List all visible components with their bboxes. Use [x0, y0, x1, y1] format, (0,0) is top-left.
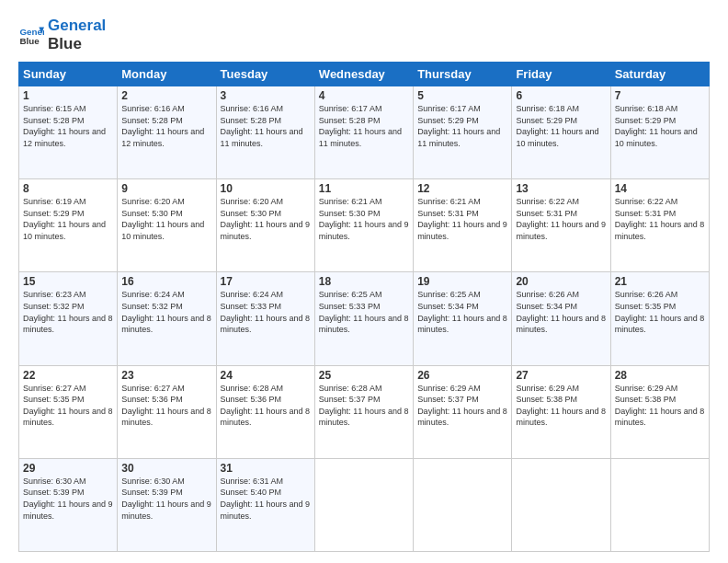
day-cell: 8 Sunrise: 6:19 AMSunset: 5:29 PMDayligh…	[19, 179, 118, 272]
cell-info: Sunrise: 6:16 AMSunset: 5:28 PMDaylight:…	[221, 104, 303, 148]
cell-info: Sunrise: 6:21 AMSunset: 5:30 PMDaylight:…	[319, 197, 409, 241]
header-row: SundayMondayTuesdayWednesdayThursdayFrid…	[19, 63, 710, 86]
day-cell: 16 Sunrise: 6:24 AMSunset: 5:32 PMDaylig…	[118, 272, 216, 365]
day-number: 12	[417, 182, 507, 195]
day-number: 19	[417, 275, 507, 288]
cell-info: Sunrise: 6:29 AMSunset: 5:38 PMDaylight:…	[516, 384, 606, 428]
day-cell: 24 Sunrise: 6:28 AMSunset: 5:36 PMDaylig…	[216, 365, 314, 458]
header-cell-friday: Friday	[512, 63, 610, 86]
day-cell: 22 Sunrise: 6:27 AMSunset: 5:35 PMDaylig…	[19, 365, 118, 458]
day-number: 3	[221, 89, 311, 102]
day-number: 30	[121, 462, 211, 475]
day-number: 4	[319, 89, 409, 102]
day-number: 7	[615, 89, 705, 102]
day-cell: 23 Sunrise: 6:27 AMSunset: 5:36 PMDaylig…	[118, 365, 216, 458]
day-cell: 17 Sunrise: 6:24 AMSunset: 5:33 PMDaylig…	[216, 272, 314, 365]
day-number: 5	[417, 89, 507, 102]
day-cell	[610, 458, 709, 551]
day-cell: 19 Sunrise: 6:25 AMSunset: 5:34 PMDaylig…	[414, 272, 512, 365]
day-number: 2	[121, 89, 211, 102]
cell-info: Sunrise: 6:18 AMSunset: 5:29 PMDaylight:…	[516, 104, 598, 148]
cell-info: Sunrise: 6:17 AMSunset: 5:29 PMDaylight:…	[417, 104, 500, 148]
cell-info: Sunrise: 6:28 AMSunset: 5:37 PMDaylight:…	[319, 384, 409, 428]
day-number: 31	[221, 462, 311, 475]
logo: General Blue General Blue	[18, 17, 106, 52]
day-cell: 29 Sunrise: 6:30 AMSunset: 5:39 PMDaylig…	[19, 458, 118, 551]
cell-info: Sunrise: 6:24 AMSunset: 5:33 PMDaylight:…	[221, 290, 311, 334]
day-cell: 12 Sunrise: 6:21 AMSunset: 5:31 PMDaylig…	[414, 179, 512, 272]
cell-info: Sunrise: 6:19 AMSunset: 5:29 PMDaylight:…	[23, 197, 106, 241]
day-cell: 14 Sunrise: 6:22 AMSunset: 5:31 PMDaylig…	[610, 179, 709, 272]
day-cell: 5 Sunrise: 6:17 AMSunset: 5:29 PMDayligh…	[414, 86, 512, 179]
cell-info: Sunrise: 6:26 AMSunset: 5:35 PMDaylight:…	[615, 290, 705, 334]
week-row-3: 15 Sunrise: 6:23 AMSunset: 5:32 PMDaylig…	[19, 272, 710, 365]
cell-info: Sunrise: 6:29 AMSunset: 5:37 PMDaylight:…	[417, 384, 507, 428]
header-cell-sunday: Sunday	[19, 63, 118, 86]
day-number: 23	[121, 369, 211, 382]
cell-info: Sunrise: 6:25 AMSunset: 5:33 PMDaylight:…	[319, 290, 409, 334]
day-number: 27	[516, 369, 606, 382]
day-number: 11	[319, 182, 409, 195]
day-cell: 11 Sunrise: 6:21 AMSunset: 5:30 PMDaylig…	[314, 179, 413, 272]
day-number: 20	[516, 275, 606, 288]
header-cell-thursday: Thursday	[414, 63, 512, 86]
day-cell: 15 Sunrise: 6:23 AMSunset: 5:32 PMDaylig…	[19, 272, 118, 365]
day-number: 6	[516, 89, 606, 102]
cell-info: Sunrise: 6:21 AMSunset: 5:31 PMDaylight:…	[417, 197, 507, 241]
header-cell-tuesday: Tuesday	[216, 63, 314, 86]
week-row-5: 29 Sunrise: 6:30 AMSunset: 5:39 PMDaylig…	[19, 458, 710, 551]
cell-info: Sunrise: 6:29 AMSunset: 5:38 PMDaylight:…	[615, 384, 705, 428]
day-cell: 20 Sunrise: 6:26 AMSunset: 5:34 PMDaylig…	[512, 272, 610, 365]
cell-info: Sunrise: 6:22 AMSunset: 5:31 PMDaylight:…	[516, 197, 606, 241]
week-row-1: 1 Sunrise: 6:15 AMSunset: 5:28 PMDayligh…	[19, 86, 710, 179]
cell-info: Sunrise: 6:30 AMSunset: 5:39 PMDaylight:…	[23, 477, 113, 521]
day-cell: 18 Sunrise: 6:25 AMSunset: 5:33 PMDaylig…	[314, 272, 413, 365]
cell-info: Sunrise: 6:16 AMSunset: 5:28 PMDaylight:…	[121, 104, 204, 148]
day-cell: 3 Sunrise: 6:16 AMSunset: 5:28 PMDayligh…	[216, 86, 314, 179]
week-row-4: 22 Sunrise: 6:27 AMSunset: 5:35 PMDaylig…	[19, 365, 710, 458]
day-cell: 26 Sunrise: 6:29 AMSunset: 5:37 PMDaylig…	[414, 365, 512, 458]
day-number: 22	[23, 369, 113, 382]
day-cell	[512, 458, 610, 551]
cell-info: Sunrise: 6:20 AMSunset: 5:30 PMDaylight:…	[221, 197, 311, 241]
cell-info: Sunrise: 6:22 AMSunset: 5:31 PMDaylight:…	[615, 197, 705, 241]
day-cell: 28 Sunrise: 6:29 AMSunset: 5:38 PMDaylig…	[610, 365, 709, 458]
day-number: 13	[516, 182, 606, 195]
day-cell: 7 Sunrise: 6:18 AMSunset: 5:29 PMDayligh…	[610, 86, 709, 179]
day-cell: 21 Sunrise: 6:26 AMSunset: 5:35 PMDaylig…	[610, 272, 709, 365]
logo-general: General	[48, 17, 106, 35]
header: General Blue General Blue	[18, 17, 710, 52]
header-cell-wednesday: Wednesday	[314, 63, 413, 86]
day-number: 29	[23, 462, 113, 475]
cell-info: Sunrise: 6:31 AMSunset: 5:40 PMDaylight:…	[221, 477, 311, 521]
day-cell: 13 Sunrise: 6:22 AMSunset: 5:31 PMDaylig…	[512, 179, 610, 272]
day-number: 14	[615, 182, 705, 195]
logo-blue: Blue	[48, 35, 106, 53]
header-cell-monday: Monday	[118, 63, 216, 86]
week-row-2: 8 Sunrise: 6:19 AMSunset: 5:29 PMDayligh…	[19, 179, 710, 272]
cell-info: Sunrise: 6:25 AMSunset: 5:34 PMDaylight:…	[417, 290, 507, 334]
cell-info: Sunrise: 6:30 AMSunset: 5:39 PMDaylight:…	[121, 477, 211, 521]
day-number: 16	[121, 275, 211, 288]
logo-icon: General Blue	[18, 22, 44, 48]
day-cell: 1 Sunrise: 6:15 AMSunset: 5:28 PMDayligh…	[19, 86, 118, 179]
day-number: 10	[221, 182, 311, 195]
cell-info: Sunrise: 6:27 AMSunset: 5:36 PMDaylight:…	[121, 384, 211, 428]
day-number: 21	[615, 275, 705, 288]
day-number: 18	[319, 275, 409, 288]
calendar-table: SundayMondayTuesdayWednesdayThursdayFrid…	[18, 62, 710, 552]
day-cell: 25 Sunrise: 6:28 AMSunset: 5:37 PMDaylig…	[314, 365, 413, 458]
day-number: 1	[23, 89, 113, 102]
day-cell	[314, 458, 413, 551]
cell-info: Sunrise: 6:18 AMSunset: 5:29 PMDaylight:…	[615, 104, 698, 148]
day-cell: 2 Sunrise: 6:16 AMSunset: 5:28 PMDayligh…	[118, 86, 216, 179]
day-cell: 30 Sunrise: 6:30 AMSunset: 5:39 PMDaylig…	[118, 458, 216, 551]
day-cell: 10 Sunrise: 6:20 AMSunset: 5:30 PMDaylig…	[216, 179, 314, 272]
header-cell-saturday: Saturday	[610, 63, 709, 86]
day-number: 15	[23, 275, 113, 288]
svg-text:Blue: Blue	[19, 35, 40, 45]
day-number: 25	[319, 369, 409, 382]
day-cell: 6 Sunrise: 6:18 AMSunset: 5:29 PMDayligh…	[512, 86, 610, 179]
day-cell: 4 Sunrise: 6:17 AMSunset: 5:28 PMDayligh…	[314, 86, 413, 179]
day-cell: 31 Sunrise: 6:31 AMSunset: 5:40 PMDaylig…	[216, 458, 314, 551]
